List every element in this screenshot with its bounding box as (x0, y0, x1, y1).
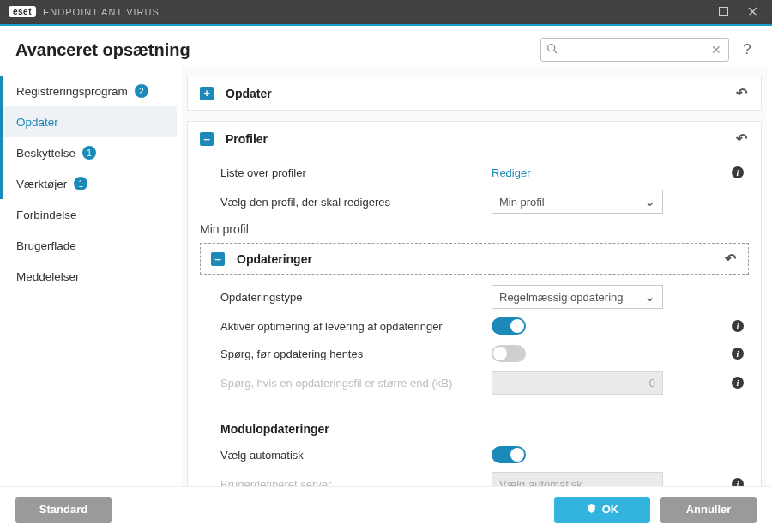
shield-icon (586, 503, 597, 517)
sidebar-badge: 2 (135, 84, 148, 98)
sidebar-item-label: Registreringsprogram (16, 85, 128, 98)
custom-server-value: Vælg automatisk (499, 478, 582, 487)
sidebar-item-forbindelse[interactable]: Forbindelse (0, 199, 177, 230)
sidebar-badge: 1 (82, 146, 96, 160)
ok-button-label: OK (602, 503, 619, 516)
profile-select-value: Min profil (499, 196, 545, 209)
profile-select-label: Vælg den profil, der skal redigeres (200, 196, 492, 209)
default-button[interactable]: Standard (15, 497, 112, 523)
info-icon[interactable]: i (732, 377, 744, 389)
auto-select-toggle[interactable] (492, 446, 526, 463)
main-area: Registreringsprogram 2 Opdater Beskyttel… (0, 67, 772, 486)
update-type-select[interactable]: Regelmæssig opdatering ⌄ (492, 285, 663, 309)
subpanel-title: Opdateringer (237, 252, 312, 266)
sidebar-item-label: Brugerflade (16, 239, 76, 252)
profile-select[interactable]: Min profil ⌄ (492, 190, 663, 214)
subpanel-opdateringer: Opdateringer ↶ (200, 243, 749, 275)
ask-before-download-label: Spørg, før opdatering hentes (200, 348, 492, 360)
update-type-value: Regelmæssig opdatering (499, 291, 624, 304)
footer: Standard OK Annuller (0, 486, 772, 532)
sidebar-item-label: Opdater (16, 116, 58, 129)
content-scroll[interactable]: Opdater ↶ Profiler ↶ Liste over profiler (182, 67, 767, 486)
auto-select-label: Vælg automatisk (200, 449, 492, 462)
sidebar-badge: 1 (74, 177, 87, 190)
sidebar-item-brugerflade[interactable]: Brugerflade (0, 230, 177, 261)
expand-icon[interactable] (200, 87, 214, 100)
sidebar-item-label: Værktøjer (16, 178, 67, 190)
search-input[interactable] (563, 44, 709, 57)
edit-profile-link[interactable]: Rediger (492, 166, 531, 179)
cancel-button[interactable]: Annuller (660, 497, 757, 523)
optimize-delivery-toggle[interactable] (492, 317, 526, 335)
ask-before-download-toggle[interactable] (492, 345, 526, 362)
product-name: ENDPOINT ANTIVIRUS (43, 7, 160, 17)
search-icon (546, 43, 558, 57)
undo-icon[interactable]: ↶ (734, 85, 749, 101)
svg-line-2 (554, 51, 557, 53)
update-type-label: Opdateringstype (200, 291, 492, 304)
default-button-label: Standard (39, 503, 87, 516)
undo-icon[interactable]: ↶ (734, 130, 749, 147)
ask-if-larger-label: Spørg, hvis en opdateringsfil er større … (200, 377, 492, 390)
panel-opdater: Opdater ↶ (187, 76, 762, 111)
page-title: Avanceret opsætning (15, 40, 190, 60)
panel-title: Profiler (226, 132, 268, 146)
chevron-down-icon: ⌄ (644, 195, 655, 209)
sidebar: Registreringsprogram 2 Opdater Beskyttel… (0, 67, 182, 486)
collapse-icon[interactable] (211, 252, 225, 266)
info-icon[interactable]: i (732, 478, 744, 486)
sidebar-item-opdater[interactable]: Opdater (0, 106, 177, 137)
profile-list-label: Liste over profiler (200, 166, 492, 179)
panel-title: Opdater (226, 87, 272, 100)
custom-server-label: Brugerdefineret server (200, 478, 492, 487)
sidebar-item-label: Forbindelse (16, 209, 77, 221)
sidebar-item-meddelelser[interactable]: Meddelelser (0, 261, 177, 292)
module-updates-heading: Modulopdateringer (200, 422, 749, 436)
window-maximize-button[interactable] (709, 0, 738, 24)
panel-profiler: Profiler ↶ Liste over profiler Rediger i… (187, 121, 762, 486)
sidebar-item-beskyttelse[interactable]: Beskyttelse 1 (0, 137, 177, 168)
sidebar-item-registreringsprogram[interactable]: Registreringsprogram 2 (0, 76, 177, 106)
brand-logo: eset (9, 6, 36, 17)
titlebar: eset ENDPOINT ANTIVIRUS (0, 0, 772, 24)
sidebar-item-vaerktojer[interactable]: Værktøjer 1 (0, 168, 177, 199)
cancel-button-label: Annuller (686, 503, 732, 516)
collapse-icon[interactable] (200, 132, 214, 146)
ask-if-larger-input: 0 (492, 371, 663, 395)
info-icon[interactable]: i (732, 166, 744, 178)
chevron-down-icon: ⌄ (644, 290, 655, 304)
ask-if-larger-value: 0 (649, 377, 655, 390)
window-close-button[interactable] (738, 0, 767, 24)
help-button[interactable]: ? (738, 41, 757, 58)
sidebar-item-label: Beskyttelse (16, 147, 75, 160)
optimize-delivery-label: Aktivér optimering af levering af opdate… (200, 320, 492, 333)
ok-button[interactable]: OK (554, 497, 650, 523)
info-icon[interactable]: i (732, 320, 744, 332)
undo-icon[interactable]: ↶ (723, 251, 738, 267)
sidebar-item-label: Meddelelser (16, 270, 80, 283)
custom-server-input: Vælg automatisk (492, 472, 663, 486)
profile-section-caption: Min profil (200, 217, 749, 239)
search-box[interactable]: ✕ (540, 38, 729, 62)
info-icon[interactable]: i (732, 348, 744, 360)
search-clear-icon[interactable]: ✕ (709, 43, 723, 57)
svg-rect-0 (719, 8, 727, 16)
svg-point-1 (548, 45, 555, 51)
page-header: Avanceret opsætning ✕ ? (0, 26, 772, 67)
